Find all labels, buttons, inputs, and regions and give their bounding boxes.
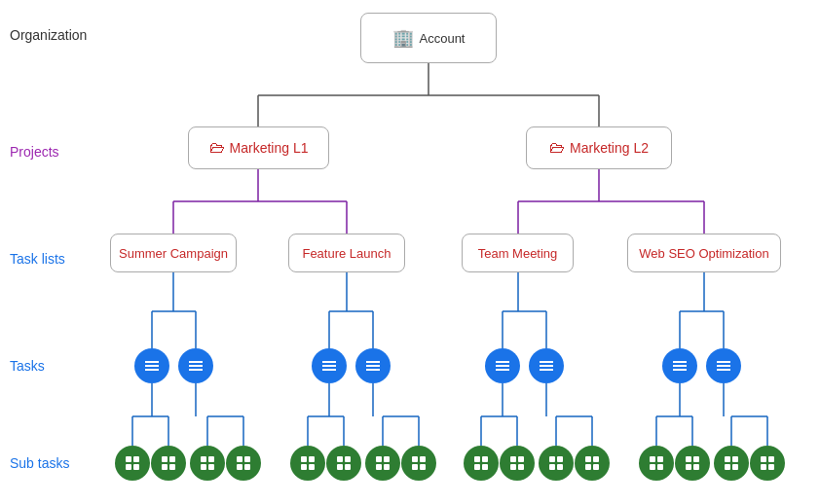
svg-rect-39 [244, 464, 250, 470]
label-sub-tasks: Sub tasks [10, 455, 69, 471]
folder-icon-l2: 🗁 [549, 139, 565, 157]
subtask-node-11 [539, 446, 574, 481]
svg-rect-31 [169, 464, 175, 470]
feature-launch-label: Feature Launch [302, 246, 391, 261]
svg-rect-57 [482, 456, 488, 462]
svg-rect-75 [657, 464, 663, 470]
svg-rect-73 [657, 456, 663, 462]
marketing-l2-node: 🗁 Marketing L2 [526, 126, 672, 169]
svg-rect-51 [384, 464, 390, 470]
svg-rect-66 [549, 464, 555, 470]
subtask-node-13 [639, 446, 674, 481]
svg-rect-55 [420, 464, 426, 470]
task-node-1 [134, 348, 169, 383]
task-node-2 [178, 348, 213, 383]
subtask-node-4 [226, 446, 261, 481]
svg-rect-64 [549, 456, 555, 462]
subtask-node-8 [401, 446, 436, 481]
task-node-6 [529, 348, 564, 383]
svg-rect-80 [725, 456, 730, 462]
svg-rect-81 [732, 456, 738, 462]
svg-rect-83 [732, 464, 738, 470]
summer-campaign-label: Summer Campaign [119, 246, 228, 261]
svg-rect-49 [384, 456, 390, 462]
svg-rect-41 [309, 456, 315, 462]
svg-rect-63 [518, 464, 524, 470]
marketing-l2-label: Marketing L2 [570, 140, 649, 156]
subtask-node-5 [290, 446, 325, 481]
marketing-l1-label: Marketing L1 [230, 140, 309, 156]
svg-rect-25 [133, 456, 139, 462]
svg-rect-26 [126, 464, 131, 470]
svg-rect-24 [126, 456, 131, 462]
svg-rect-38 [237, 464, 242, 470]
subtask-node-7 [365, 446, 400, 481]
subtask-node-9 [464, 446, 499, 481]
task-node-8 [706, 348, 741, 383]
svg-rect-56 [474, 456, 480, 462]
svg-rect-58 [474, 464, 480, 470]
svg-rect-29 [169, 456, 175, 462]
svg-rect-45 [345, 456, 351, 462]
svg-rect-72 [650, 456, 655, 462]
team-meeting-node: Team Meeting [462, 234, 574, 272]
svg-rect-46 [337, 464, 343, 470]
account-label: Account [420, 31, 466, 46]
subtask-node-16 [750, 446, 785, 481]
svg-rect-54 [412, 464, 418, 470]
svg-rect-78 [686, 464, 691, 470]
svg-rect-74 [650, 464, 655, 470]
subtask-node-6 [326, 446, 361, 481]
feature-launch-node: Feature Launch [288, 234, 405, 272]
subtask-node-10 [500, 446, 535, 481]
task-node-4 [355, 348, 391, 383]
svg-rect-43 [309, 464, 315, 470]
svg-rect-59 [482, 464, 488, 470]
svg-rect-76 [686, 456, 691, 462]
svg-rect-47 [345, 464, 351, 470]
svg-rect-84 [761, 456, 766, 462]
subtask-node-15 [714, 446, 749, 481]
web-seo-node: Web SEO Optimization [627, 234, 781, 272]
svg-rect-27 [133, 464, 139, 470]
task-node-5 [485, 348, 520, 383]
svg-rect-82 [725, 464, 730, 470]
svg-rect-32 [201, 456, 206, 462]
svg-rect-70 [585, 464, 591, 470]
task-node-7 [662, 348, 697, 383]
svg-rect-79 [693, 464, 699, 470]
svg-rect-65 [557, 456, 563, 462]
svg-rect-48 [376, 456, 382, 462]
svg-rect-68 [585, 456, 591, 462]
svg-rect-67 [557, 464, 563, 470]
subtask-node-14 [675, 446, 710, 481]
summer-campaign-node: Summer Campaign [110, 234, 237, 272]
label-task-lists: Task lists [10, 251, 65, 267]
svg-rect-33 [208, 456, 214, 462]
svg-rect-86 [761, 464, 766, 470]
svg-rect-85 [768, 456, 774, 462]
svg-rect-28 [162, 456, 168, 462]
svg-rect-61 [518, 456, 524, 462]
svg-rect-50 [376, 464, 382, 470]
building-icon: 🏢 [392, 27, 414, 49]
org-chart: Organization Projects Task lists Tasks S… [0, 0, 820, 504]
label-projects: Projects [10, 144, 59, 160]
svg-rect-87 [768, 464, 774, 470]
subtask-node-12 [575, 446, 610, 481]
subtask-node-2 [151, 446, 186, 481]
label-organization: Organization [10, 27, 87, 43]
svg-rect-34 [201, 464, 206, 470]
web-seo-label: Web SEO Optimization [639, 246, 768, 261]
svg-rect-42 [301, 464, 307, 470]
svg-rect-37 [244, 456, 250, 462]
task-node-3 [312, 348, 347, 383]
svg-rect-52 [412, 456, 418, 462]
svg-rect-44 [337, 456, 343, 462]
team-meeting-label: Team Meeting [478, 246, 558, 261]
svg-rect-62 [510, 464, 516, 470]
label-tasks: Tasks [10, 358, 45, 374]
subtask-node-3 [190, 446, 225, 481]
svg-rect-69 [593, 456, 599, 462]
subtask-node-1 [115, 446, 150, 481]
